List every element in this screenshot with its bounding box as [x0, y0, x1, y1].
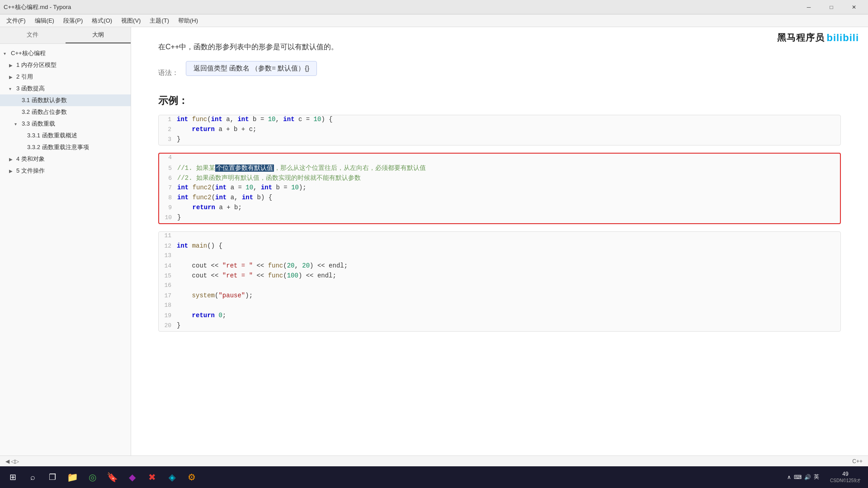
explorer-button[interactable]: 📁 [63, 468, 81, 486]
menu-paragraph[interactable]: 段落(P) [59, 15, 87, 26]
statusbar-nav[interactable]: ◀ ◁▷ [5, 458, 19, 465]
code-line-11: 11 [159, 232, 840, 242]
arrow-icon: ▶ [9, 63, 14, 68]
line-number: 10 [159, 214, 177, 221]
line-number: 18 [159, 302, 177, 309]
menu-help[interactable]: 帮助(H) [174, 15, 203, 26]
line-content: return a + b + c; [177, 126, 840, 133]
tree-label: 1 内存分区模型 [16, 61, 57, 69]
tree-item-placeholder[interactable]: 3.2 函数占位参数 [0, 106, 131, 118]
line-content: } [177, 214, 840, 221]
clock-time: 49 [830, 470, 861, 478]
line-number: 1 [159, 116, 177, 123]
statusbar: ◀ ◁▷ C++ [0, 455, 868, 466]
tree-item-file[interactable]: ▶ 5 文件操作 [0, 165, 131, 177]
menu-theme[interactable]: 主题(T) [145, 15, 174, 26]
tree-item-ref[interactable]: ▶ 2 引用 [0, 71, 131, 83]
tree-item-default-param[interactable]: 3.1 函数默认参数 [0, 94, 131, 106]
code-line-6: 6 //2. 如果函数声明有默认值，函数实现的时候就不能有默认参数 [159, 174, 840, 183]
menu-format[interactable]: 格式(O) [87, 15, 117, 26]
tab-file[interactable]: 文件 [0, 27, 66, 43]
tree-label: 5 文件操作 [16, 167, 45, 175]
code-line-13: 13 [159, 252, 840, 262]
line-content: system("pause"); [177, 292, 840, 299]
line-content: cout << "ret = " << func(20, 20) << endl… [177, 262, 840, 269]
line-content: } [177, 136, 840, 143]
chrome-button[interactable]: ◎ [83, 468, 101, 486]
maximize-button[interactable]: □ [821, 0, 842, 14]
taskbar-left: ⊞ ⌕ ❐ 📁 ◎ 🔖 ◆ ✖ ◈ ⚙ [4, 468, 201, 486]
line-number: 12 [159, 243, 177, 249]
line-number: 8 [159, 194, 177, 201]
line-number: 15 [159, 272, 177, 279]
code-block-highlighted: 4 5 //1. 如果某个位置参数有默认值，那么从这个位置往后，从左向右，必须都… [158, 153, 841, 224]
clock[interactable]: 49 CSDN©1259才 [826, 470, 864, 484]
tree-label: 3.3.2 函数重载注意事项 [27, 143, 89, 151]
tray-language[interactable]: 英 [814, 473, 819, 481]
syntax-box: 返回值类型 函数名 （参数= 默认值）{} [186, 61, 317, 76]
line-content: int func2(int a = 10, int b = 10); [177, 184, 840, 191]
code-line-14: 14 cout << "ret = " << func(20, 20) << e… [159, 262, 840, 272]
sidebar-tabs: 文件 大纲 [0, 27, 131, 44]
app1-button[interactable]: ◆ [123, 468, 141, 486]
arrow-icon: ▶ [9, 169, 14, 174]
start-button[interactable]: ⊞ [4, 468, 22, 486]
line-content: } [177, 322, 840, 329]
menu-view[interactable]: 视图(V) [117, 15, 145, 26]
arrow-icon: ▾ [4, 51, 9, 56]
line-number: 13 [159, 252, 177, 259]
code-line-17: 17 system("pause"); [159, 291, 840, 301]
line-number: 16 [159, 282, 177, 289]
menu-edit[interactable]: 编辑(E) [30, 15, 59, 26]
sidebar: 文件 大纲 ▾ C++核心编程 ▶ 1 内存分区模型 ▶ 2 引用 ▾ [0, 27, 131, 455]
language-indicator: C++ [852, 458, 863, 465]
arrow-icon: ▾ [14, 122, 20, 127]
app3-button[interactable]: ◈ [163, 468, 181, 486]
menubar: 文件(F) 编辑(E) 段落(P) 格式(O) 视图(V) 主题(T) 帮助(H… [0, 14, 868, 27]
tree-label: 3.3 函数重载 [22, 120, 55, 128]
line-number: 11 [159, 232, 177, 239]
tray-expand[interactable]: ∧ [787, 474, 791, 480]
syntax-label: 语法： [158, 69, 179, 77]
code-line-19: 19 return 0; [159, 311, 840, 321]
tree-item-overload[interactable]: ▾ 3.3 函数重载 [0, 118, 131, 130]
code-block-main: 11 12 int main() { 13 14 cout << "ret = … [158, 231, 841, 332]
line-content: //1. 如果某个位置参数有默认值，那么从这个位置往后，从左向右，必须都要有默认… [177, 164, 840, 172]
tree-label: 4 类和对象 [16, 155, 45, 163]
bili-logo: 黑马程序员 bilibili [777, 32, 859, 44]
line-content: int main() { [177, 242, 840, 249]
tree-item-overload-overview[interactable]: 3.3.1 函数重载概述 [0, 130, 131, 141]
syntax-content: 返回值类型 函数名 （参数= 默认值）{} [193, 64, 309, 73]
code-block-normal: 1 int func(int a, int b = 10, int c = 10… [158, 115, 841, 145]
close-button[interactable]: ✕ [844, 0, 864, 14]
line-number: 4 [159, 154, 177, 161]
line-number: 20 [159, 322, 177, 329]
tree-item-overload-notes[interactable]: 3.3.2 函数重载注意事项 [0, 141, 131, 153]
taskbar-right: ∧ ⌨ 🔊 英 49 CSDN©1259才 [783, 470, 864, 484]
content-area[interactable]: 黑马程序员 bilibili 在C++中，函数的形参列表中的形参是可以有默认值的… [131, 27, 868, 455]
app2-button[interactable]: ✖ [143, 468, 161, 486]
tree-label: C++核心编程 [11, 49, 46, 57]
statusbar-right: C++ [852, 458, 863, 465]
tree-item-func[interactable]: ▾ 3 函数提高 [0, 83, 131, 94]
nav-arrows[interactable]: ◀ ◁▷ [5, 458, 19, 465]
bookmark-button[interactable]: 🔖 [103, 468, 121, 486]
tree-label: 3 函数提高 [16, 84, 45, 93]
tray-volume[interactable]: 🔊 [804, 474, 811, 480]
intro-text: 在C++中，函数的形参列表中的形参是可以有默认值的。 [158, 41, 841, 54]
sidebar-content: ▾ C++核心编程 ▶ 1 内存分区模型 ▶ 2 引用 ▾ 3 函数提高 [0, 44, 131, 455]
line-number: 9 [159, 204, 177, 211]
line-content: int func2(int a, int b) { [177, 194, 840, 201]
taskbar: ⊞ ⌕ ❐ 📁 ◎ 🔖 ◆ ✖ ◈ ⚙ ∧ ⌨ 🔊 英 49 CSDN©1259… [0, 466, 868, 488]
search-button[interactable]: ⌕ [24, 468, 42, 486]
task-view-button[interactable]: ❐ [43, 468, 61, 486]
tab-outline[interactable]: 大纲 [66, 27, 131, 43]
menu-file[interactable]: 文件(F) [2, 15, 30, 26]
line-content: return 0; [177, 312, 840, 319]
tree-item-cpp[interactable]: ▾ C++核心编程 [0, 47, 131, 59]
line-number: 5 [159, 165, 177, 172]
tree-item-memory[interactable]: ▶ 1 内存分区模型 [0, 59, 131, 71]
app4-button[interactable]: ⚙ [183, 468, 201, 486]
minimize-button[interactable]: ─ [798, 0, 819, 14]
tree-item-class[interactable]: ▶ 4 类和对象 [0, 153, 131, 165]
